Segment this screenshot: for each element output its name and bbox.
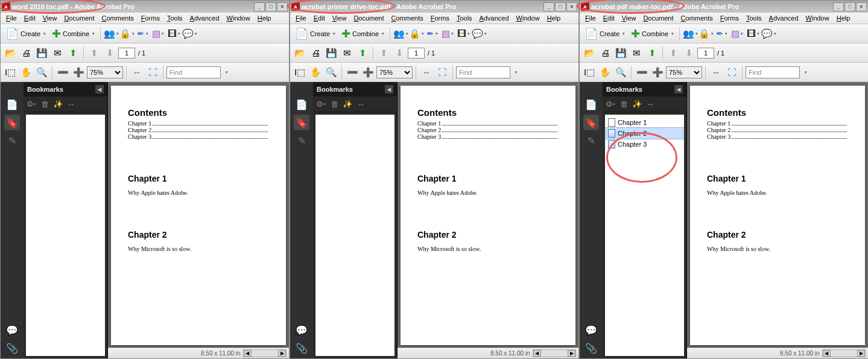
next-page-icon[interactable]: ⬇ [682,46,696,60]
menu-tools[interactable]: Tools [163,13,186,23]
delete-bookmark-icon[interactable]: 🗑 [329,99,340,110]
find-dropdown-icon[interactable]: ▾ [802,68,809,77]
combine-button[interactable]: ✚Combine▾ [49,27,97,41]
multimedia-icon[interactable]: 🎞▾ [456,27,470,41]
upload-icon[interactable]: ⬆ [355,46,370,60]
collaborate-icon[interactable]: 👥▾ [393,27,408,41]
print-icon[interactable]: 🖨 [19,46,33,60]
email-icon[interactable]: ✉ [340,46,354,60]
save-icon[interactable]: 💾 [324,46,338,60]
bookmarks-panel-icon[interactable]: 🔖 [4,115,20,130]
email-icon[interactable]: ✉ [50,46,65,60]
find-dropdown-icon[interactable]: ▾ [223,68,230,77]
email-icon[interactable]: ✉ [629,46,644,60]
bookmarks-panel-icon[interactable]: 🔖 [583,115,599,130]
zoom-select[interactable]: 75% [376,66,413,78]
hand-tool-icon[interactable]: ✋ [19,65,33,80]
find-input[interactable] [166,66,221,78]
collaborate-icon[interactable]: 👥▾ [683,27,697,41]
horizontal-scrollbar[interactable]: ◀ ▶ [533,349,576,357]
menu-edit[interactable]: Edit [600,13,618,23]
signatures-panel-icon[interactable]: ✎ [294,133,309,148]
forms-icon[interactable]: ▤▾ [440,27,455,41]
fit-width-icon[interactable]: ↔ [419,65,434,80]
secure-icon[interactable]: 🔒▾ [119,27,134,41]
find-input[interactable] [456,66,510,78]
collapse-panel-icon[interactable]: ◀ [95,85,104,94]
horizontal-scrollbar[interactable]: ◀ ▶ [822,349,866,357]
zoom-in-icon[interactable]: ➕ [71,65,86,80]
hand-tool-icon[interactable]: ✋ [598,65,612,80]
combine-button[interactable]: ✚Combine▾ [339,27,387,41]
expand-bookmark-icon[interactable]: ↔ [645,99,656,110]
delete-bookmark-icon[interactable]: 🗑 [39,99,50,110]
bookmark-item[interactable]: Chapter 1 [606,117,683,128]
options-gear-icon[interactable]: ⚙▾ [315,99,326,110]
find-dropdown-icon[interactable]: ▾ [513,68,520,77]
attachments-panel-icon[interactable]: 📎 [583,340,599,356]
menu-window[interactable]: Window [802,13,833,23]
zoom-in-icon[interactable]: ➕ [361,65,375,80]
prev-page-icon[interactable]: ⬆ [376,46,391,60]
scroll-left-icon[interactable]: ◀ [244,350,252,357]
comments-panel-icon[interactable]: 💬 [583,322,599,338]
comments-panel-icon[interactable]: 💬 [294,322,309,338]
print-icon[interactable]: 🖨 [308,46,323,60]
signatures-panel-icon[interactable]: ✎ [583,133,599,148]
fit-width-icon[interactable]: ↔ [130,65,144,80]
create-button[interactable]: 📄Create▾ [293,27,338,41]
scroll-left-icon[interactable]: ◀ [823,350,831,357]
menu-edit[interactable]: Edit [21,13,39,23]
marquee-zoom-icon[interactable]: 🔍 [324,65,338,80]
expand-bookmark-icon[interactable]: ↔ [355,99,366,110]
fit-width-icon[interactable]: ↔ [709,65,723,80]
menu-file[interactable]: File [292,13,310,23]
horizontal-scrollbar[interactable]: ◀ ▶ [243,349,287,357]
fit-page-icon[interactable]: ⛶ [145,65,160,80]
menu-comments[interactable]: Comments [98,13,138,23]
menu-forms[interactable]: Forms [138,13,163,23]
print-icon[interactable]: 🖨 [598,46,612,60]
sign-icon[interactable]: ✒▾ [714,27,729,41]
attachments-panel-icon[interactable]: 📎 [294,340,309,356]
minimize-button[interactable]: _ [833,2,844,11]
pages-panel-icon[interactable]: 📄 [583,97,599,112]
menu-edit[interactable]: Edit [310,13,329,23]
scroll-right-icon[interactable]: ▶ [568,350,575,357]
options-gear-icon[interactable]: ⚙▾ [26,99,37,110]
menu-advanced[interactable]: Advanced [476,13,513,23]
collapse-panel-icon[interactable]: ◀ [385,85,393,94]
open-icon[interactable]: 📂 [293,46,307,60]
fit-page-icon[interactable]: ⛶ [435,65,449,80]
prev-page-icon[interactable]: ⬆ [87,46,101,60]
comments-panel-icon[interactable]: 💬 [4,322,20,338]
secure-icon[interactable]: 🔒▾ [699,27,713,41]
scroll-right-icon[interactable]: ▶ [278,350,286,357]
menu-view[interactable]: View [618,13,640,23]
minimize-button[interactable]: _ [543,2,554,11]
menu-view[interactable]: View [39,13,61,23]
create-button[interactable]: 📄Create▾ [582,27,627,41]
select-tool-icon[interactable]: I⬚ [582,65,597,80]
menu-comments[interactable]: Comments [388,13,427,23]
menu-file[interactable]: File [581,13,600,23]
menu-window[interactable]: Window [223,13,254,23]
delete-bookmark-icon[interactable]: 🗑 [618,99,629,110]
open-icon[interactable]: 📂 [582,46,597,60]
secure-icon[interactable]: 🔒▾ [409,27,423,41]
menu-tools[interactable]: Tools [743,13,765,23]
bookmarks-panel-icon[interactable]: 🔖 [294,115,309,130]
bookmark-item[interactable]: Chapter 3 [606,139,683,150]
create-button[interactable]: 📄Create▾ [3,27,48,41]
new-bookmark-icon[interactable]: ✨ [632,99,642,110]
signatures-panel-icon[interactable]: ✎ [4,133,20,148]
scroll-left-icon[interactable]: ◀ [533,350,541,357]
menu-forms[interactable]: Forms [717,13,743,23]
sign-icon[interactable]: ✒▾ [135,27,150,41]
document-viewport[interactable]: ContentsChapter 1Chapter 2Chapter 3Chapt… [687,82,868,348]
next-page-icon[interactable]: ⬇ [392,46,407,60]
new-bookmark-icon[interactable]: ✨ [342,99,353,110]
comment-icon[interactable]: 💬▾ [472,27,486,41]
close-button[interactable]: × [277,2,288,11]
close-button[interactable]: × [856,2,867,11]
